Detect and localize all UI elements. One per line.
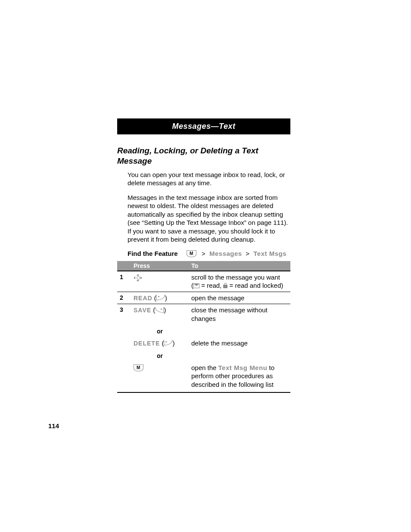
intro-paragraph-1: You can open your text message inbox to … xyxy=(117,171,290,187)
delete-label: DELETE xyxy=(134,340,160,347)
press-cell-read: READ () xyxy=(131,292,189,304)
table-row: 1 scroll to the message you want ( = rea… xyxy=(117,271,290,292)
press-cell-menu: M xyxy=(131,362,189,393)
to-text-menu-a: open the xyxy=(191,364,218,371)
or-label: or xyxy=(157,328,163,335)
left-softkey-icon xyxy=(156,295,165,300)
table-row: M open the Text Msg Menu to perform othe… xyxy=(117,362,290,393)
step-number: 1 xyxy=(117,271,131,292)
to-cell: scroll to the message you want ( = read,… xyxy=(189,271,290,292)
table-row: or xyxy=(117,324,290,337)
th-to: To xyxy=(189,261,290,271)
table-row: 3 SAVE () close the message without chan… xyxy=(117,304,290,325)
to-cell: close the message without changes xyxy=(189,304,290,325)
path-sep-1: > xyxy=(202,250,206,257)
path-sep-2: > xyxy=(246,250,249,257)
to-cell: open the Text Msg Menu to perform other … xyxy=(189,362,290,393)
page-header-bar: Messages—Text xyxy=(117,118,290,134)
to-text-menu-name: Text Msg Menu xyxy=(218,364,268,371)
menu-key-icon: M xyxy=(187,250,196,257)
lock-icon xyxy=(223,283,227,288)
step-number: 2 xyxy=(117,292,131,304)
find-feature-label: Find the Feature xyxy=(128,250,187,257)
envelope-icon xyxy=(193,283,199,288)
read-label: READ xyxy=(134,295,153,302)
find-feature-path: M > Messages > Text Msgs xyxy=(187,250,286,258)
th-press: Press xyxy=(131,261,189,271)
intro-paragraph-2: Messages in the text message inbox are s… xyxy=(117,193,290,244)
th-index xyxy=(117,261,131,271)
path-item-messages: Messages xyxy=(209,250,242,257)
step-number: 3 xyxy=(117,304,131,325)
to-text-read: = read, xyxy=(199,282,223,289)
menu-key-icon: M xyxy=(134,364,143,371)
press-cell-delete: DELETE () xyxy=(131,337,189,349)
to-text-line1: scroll to the message you want xyxy=(191,274,280,281)
to-cell: open the message xyxy=(189,292,290,304)
to-cell: delete the message xyxy=(189,337,290,349)
to-text-locked: = read and locked) xyxy=(227,282,283,289)
or-label: or xyxy=(157,352,163,359)
path-item-text-msgs: Text Msgs xyxy=(253,250,286,257)
instruction-table: Press To 1 scroll to the message you wan… xyxy=(117,261,290,393)
left-softkey-icon xyxy=(164,340,172,345)
save-label: SAVE xyxy=(134,307,151,314)
header-title: Messages—Text xyxy=(172,122,236,131)
press-cell-save: SAVE () xyxy=(131,304,189,325)
press-cell-or: or xyxy=(131,324,189,337)
section-title: Reading, Locking, or Deleting a Text Mes… xyxy=(117,146,290,166)
right-softkey-icon xyxy=(155,307,164,313)
find-the-feature-row: Find the Feature M > Messages > Text Msg… xyxy=(117,250,290,258)
table-row: 2 READ () open the message xyxy=(117,292,290,304)
table-row: DELETE () delete the message xyxy=(117,337,290,349)
press-cell-or: or xyxy=(131,349,189,362)
press-cell-navigate xyxy=(131,271,189,292)
table-row: or xyxy=(117,349,290,362)
nav-key-icon xyxy=(134,274,142,281)
page-number: 114 xyxy=(48,422,59,429)
